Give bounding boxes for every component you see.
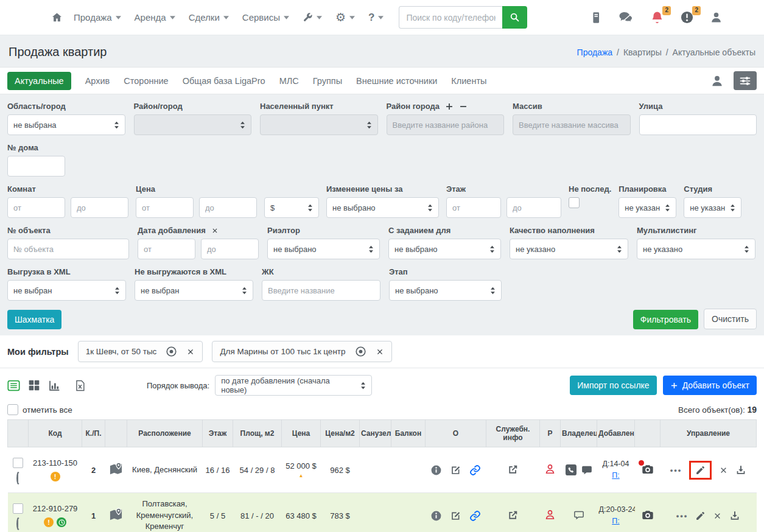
edit-pencil-icon[interactable] bbox=[695, 511, 706, 521]
tab-external-sources[interactable]: Внешние источники bbox=[356, 76, 437, 86]
xml-upload-select[interactable]: не выбран bbox=[7, 280, 126, 301]
notifications-bell-icon[interactable]: 2 bbox=[650, 10, 664, 24]
profile-icon[interactable] bbox=[710, 11, 723, 24]
tab-clients[interactable]: Клиенты bbox=[451, 76, 486, 86]
rooms-to-input[interactable] bbox=[71, 197, 128, 218]
eye-icon[interactable] bbox=[355, 346, 366, 357]
saved-filter-chip[interactable]: 1к Шевч, от 50 тыс bbox=[78, 341, 203, 362]
menu-tools[interactable] bbox=[297, 9, 328, 26]
menu-rent[interactable]: Аренда bbox=[129, 9, 181, 26]
menu-settings[interactable]: ⚙ bbox=[330, 8, 360, 27]
header-added[interactable]: Добавлен bbox=[597, 420, 635, 447]
tab-archive[interactable]: Архив bbox=[85, 76, 110, 86]
download-icon[interactable] bbox=[729, 510, 740, 521]
warning-badge[interactable]: ! bbox=[44, 517, 54, 527]
header-balcony[interactable]: Балкон bbox=[391, 420, 426, 447]
download-icon[interactable] bbox=[735, 464, 746, 475]
header-service-info[interactable]: Служебн. инфо bbox=[486, 420, 540, 447]
header-owner[interactable]: Владелец bbox=[561, 420, 597, 447]
breadcrumb-flats[interactable]: Квартиры bbox=[623, 47, 662, 57]
header-area[interactable]: Площ, м2 bbox=[233, 420, 282, 447]
row-checkbox[interactable] bbox=[13, 458, 23, 468]
more-actions-icon[interactable]: ••• bbox=[676, 511, 689, 520]
compose-icon[interactable] bbox=[450, 464, 461, 476]
price-to-input[interactable] bbox=[199, 197, 257, 218]
breadcrumb-sale[interactable]: Продажа bbox=[577, 47, 612, 57]
object-code[interactable]: 213-110-150 bbox=[30, 458, 80, 467]
map-icon[interactable] bbox=[109, 462, 123, 476]
filter-settings-button[interactable] bbox=[734, 71, 757, 90]
refresh-spinner-icon[interactable] bbox=[16, 517, 20, 530]
clock-badge[interactable] bbox=[57, 517, 66, 527]
close-icon[interactable] bbox=[719, 466, 728, 475]
layout-select[interactable]: не указан bbox=[619, 197, 676, 218]
currency-select[interactable]: $ bbox=[264, 197, 319, 218]
info-icon[interactable] bbox=[430, 510, 442, 522]
eye-icon[interactable] bbox=[166, 346, 177, 357]
added-link[interactable]: П: bbox=[612, 471, 619, 480]
sort-order-select[interactable]: по дате добавления (сначала новые) bbox=[215, 375, 372, 396]
date-from-input[interactable] bbox=[138, 239, 195, 259]
menu-help[interactable]: ? bbox=[363, 8, 389, 27]
comment-icon[interactable] bbox=[581, 464, 592, 475]
tab-actual[interactable]: Актуальные bbox=[7, 72, 71, 90]
plus-icon[interactable] bbox=[445, 102, 454, 111]
rooms-from-input[interactable] bbox=[7, 197, 65, 218]
header-floor[interactable]: Этаж bbox=[203, 420, 233, 447]
close-icon[interactable] bbox=[186, 348, 195, 356]
minus-icon[interactable] bbox=[459, 102, 468, 111]
external-link-icon[interactable] bbox=[507, 509, 519, 521]
not-last-checkbox[interactable] bbox=[569, 197, 580, 208]
tab-third-party[interactable]: Сторонние bbox=[124, 76, 168, 86]
more-actions-icon[interactable]: ••• bbox=[670, 466, 682, 475]
region-select[interactable]: не выбрана bbox=[7, 114, 125, 135]
info-icon[interactable] bbox=[430, 464, 442, 476]
knowledge-base-icon[interactable] bbox=[589, 11, 603, 24]
date-to-input[interactable] bbox=[201, 239, 259, 259]
edit-pencil-icon[interactable] bbox=[695, 465, 706, 475]
map-icon[interactable] bbox=[109, 508, 123, 522]
grid-view-icon[interactable] bbox=[28, 379, 40, 391]
phone-icon[interactable] bbox=[566, 464, 577, 475]
header-price-m2[interactable]: Цена/м2 bbox=[321, 420, 360, 447]
floor-to-input[interactable] bbox=[506, 197, 561, 218]
header-code[interactable]: Код bbox=[29, 420, 82, 447]
clear-button[interactable]: Очистить bbox=[704, 309, 757, 329]
floor-from-input[interactable] bbox=[446, 197, 501, 218]
home-icon[interactable] bbox=[46, 8, 68, 27]
header-price[interactable]: Цена bbox=[282, 420, 321, 447]
saved-filter-chip[interactable]: Для Марины от 100 тыс 1к центр bbox=[212, 341, 391, 362]
filter-button[interactable]: Фильтровать bbox=[633, 310, 698, 329]
external-link-icon[interactable] bbox=[507, 463, 519, 475]
client-icon[interactable] bbox=[544, 463, 556, 475]
link-icon[interactable] bbox=[469, 464, 481, 476]
client-icon[interactable] bbox=[544, 509, 556, 520]
added-link[interactable]: П: bbox=[612, 517, 619, 525]
row-checkbox[interactable] bbox=[13, 503, 23, 514]
price-change-select[interactable]: не выбрано bbox=[326, 197, 439, 218]
user-icon[interactable] bbox=[710, 74, 724, 88]
tab-mls[interactable]: МЛС bbox=[279, 76, 299, 86]
comment-icon[interactable] bbox=[573, 509, 584, 520]
tab-common-base[interactable]: Общая база LigaPro bbox=[183, 76, 265, 86]
camera-icon[interactable] bbox=[641, 508, 654, 522]
realtor-select[interactable]: не выбрано bbox=[267, 239, 380, 259]
price-from-input[interactable] bbox=[136, 197, 194, 218]
chess-button[interactable]: Шахматка bbox=[7, 310, 61, 329]
date-added-clear-icon[interactable] bbox=[211, 227, 219, 234]
header-r[interactable]: Р bbox=[540, 420, 561, 447]
compose-icon[interactable] bbox=[450, 510, 461, 522]
multilisting-select[interactable]: не указано bbox=[637, 239, 755, 259]
header-location[interactable]: Расположение bbox=[127, 420, 203, 447]
tab-groups[interactable]: Группы bbox=[313, 76, 342, 86]
menu-services[interactable]: Сервисы bbox=[237, 9, 295, 26]
link-icon[interactable] bbox=[469, 510, 481, 522]
studio-select[interactable]: не указан bbox=[684, 197, 741, 218]
object-code[interactable]: 212-910-279 bbox=[30, 504, 80, 513]
close-icon[interactable] bbox=[713, 511, 722, 520]
header-o[interactable]: О bbox=[426, 420, 486, 447]
search-input[interactable] bbox=[399, 6, 502, 29]
import-by-link-button[interactable]: Импорт по ссылке bbox=[570, 376, 656, 395]
warning-badge[interactable]: ! bbox=[51, 472, 60, 481]
alerts-icon[interactable]: 2 bbox=[680, 10, 694, 24]
